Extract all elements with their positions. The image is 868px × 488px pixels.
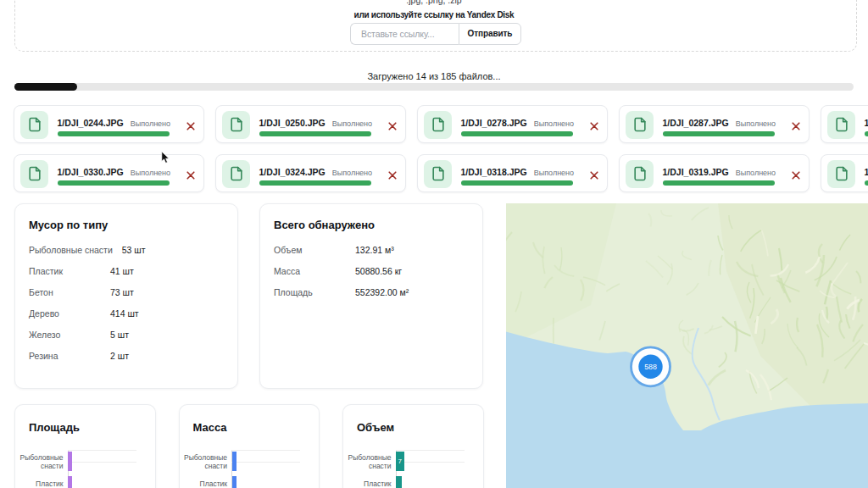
svg-text:588: 588	[644, 362, 657, 370]
